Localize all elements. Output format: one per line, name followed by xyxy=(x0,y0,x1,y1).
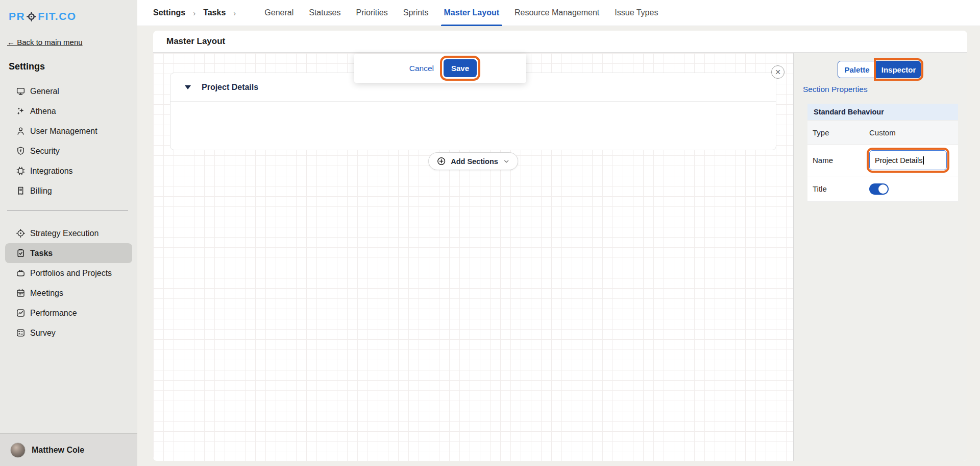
sidebar-item-portfolios-and-projects[interactable]: Portfolios and Projects xyxy=(5,263,132,283)
sidebar-item-label: General xyxy=(30,87,59,96)
sidebar-item-general[interactable]: General xyxy=(5,81,132,101)
tab-statuses[interactable]: Statuses xyxy=(309,0,340,26)
sidebar-item-label: Tasks xyxy=(30,249,53,258)
sparkles-icon xyxy=(15,106,26,116)
monitor-icon xyxy=(15,86,26,97)
type-value: Custom xyxy=(869,128,896,137)
title-toggle[interactable] xyxy=(869,183,889,195)
sidebar-item-label: Security xyxy=(30,147,60,156)
clipboard-check-icon xyxy=(15,248,26,259)
sidebar-item-label: Portfolios and Projects xyxy=(30,269,112,278)
logo-text-post: FIT.CO xyxy=(38,10,77,22)
save-cancel-toolbar: Cancel Save xyxy=(354,54,526,83)
tab-master-layout[interactable]: Master Layout xyxy=(444,0,499,26)
tab-priorities[interactable]: Priorities xyxy=(356,0,388,26)
close-icon: ✕ xyxy=(775,68,781,76)
sidebar-item-user-management[interactable]: User Management xyxy=(5,121,132,141)
sidebar-item-label: Performance xyxy=(30,309,77,318)
tab-sprints[interactable]: Sprints xyxy=(403,0,429,26)
sidebar-divider xyxy=(7,211,128,211)
card-body: Cancel Save ✕ Project Details xyxy=(153,53,967,461)
add-sections-button[interactable]: Add Sections xyxy=(428,152,518,170)
breadcrumb-separator-icon: › xyxy=(193,9,195,17)
breadcrumb-settings[interactable]: Settings xyxy=(153,8,185,17)
tasks-settings-tabs: General Statuses Priorities Sprints Mast… xyxy=(257,0,666,26)
section-title: Project Details xyxy=(202,83,258,92)
layout-canvas: Cancel Save ✕ Project Details xyxy=(153,53,794,461)
cancel-button[interactable]: Cancel xyxy=(409,64,434,73)
sidebar-item-billing[interactable]: Billing xyxy=(5,181,132,201)
property-row-title: Title xyxy=(807,176,958,202)
palette-tab[interactable]: Palette xyxy=(838,61,876,78)
type-label: Type xyxy=(807,128,869,137)
sidebar-user-footer[interactable]: Matthew Cole xyxy=(0,433,137,466)
remove-section-button[interactable]: ✕ xyxy=(771,65,785,79)
sidebar-item-survey[interactable]: Survey xyxy=(5,323,132,343)
sidebar-item-label: Integrations xyxy=(30,167,73,176)
sidebar-item-performance[interactable]: Performance xyxy=(5,303,132,323)
sidebar-item-tasks[interactable]: Tasks xyxy=(5,243,132,263)
sidebar-group-modules: Strategy Execution Tasks Portfolios and … xyxy=(0,223,137,343)
shield-icon xyxy=(15,146,26,156)
tab-general[interactable]: General xyxy=(264,0,293,26)
chip-icon xyxy=(15,166,26,176)
page-title: Master Layout xyxy=(166,36,225,46)
standard-behaviour-header: Standard Behaviour xyxy=(807,104,958,120)
section-properties-link[interactable]: Section Properties xyxy=(803,85,868,94)
briefcase-icon xyxy=(15,268,26,278)
palette-inspector-toggle: Palette Inspector xyxy=(838,61,921,78)
tab-issue-types[interactable]: Issue Types xyxy=(615,0,658,26)
sidebar-item-label: Billing xyxy=(30,187,52,196)
name-input[interactable]: Project Details xyxy=(869,150,947,170)
toggle-knob xyxy=(878,184,888,194)
sidebar-item-meetings[interactable]: Meetings xyxy=(5,283,132,303)
user-name: Matthew Cole xyxy=(32,446,84,455)
sidebar-item-label: Strategy Execution xyxy=(30,229,99,238)
calendar-icon xyxy=(15,288,26,298)
profit-co-logo: PR FIT.CO xyxy=(0,0,137,22)
user-icon xyxy=(15,126,26,136)
name-input-value: Project Details xyxy=(875,156,922,165)
survey-list-icon xyxy=(15,328,26,338)
chevron-down-icon xyxy=(503,158,510,165)
section-project-details: Project Details xyxy=(170,73,776,150)
back-to-main-menu-link[interactable]: ← Back to main menu xyxy=(7,38,83,46)
property-row-name: Name Project Details xyxy=(807,145,958,176)
avatar xyxy=(10,442,26,458)
sidebar-item-athena[interactable]: Athena xyxy=(5,101,132,121)
name-label: Name xyxy=(807,156,869,165)
property-row-type: Type Custom xyxy=(807,120,958,145)
target-icon xyxy=(26,12,37,21)
breadcrumb-separator-icon: › xyxy=(233,9,236,17)
card-header: Master Layout xyxy=(153,31,967,53)
sidebar-item-label: Survey xyxy=(30,329,56,338)
master-layout-card: Master Layout Cancel Save ✕ Project Deta… xyxy=(153,31,967,461)
sidebar-item-security[interactable]: Security xyxy=(5,141,132,161)
tab-resource-management[interactable]: Resource Management xyxy=(514,0,599,26)
text-cursor xyxy=(923,156,924,165)
sidebar-item-label: User Management xyxy=(30,127,97,136)
title-label: Title xyxy=(807,184,869,193)
sidebar-group-account: General Athena User Management xyxy=(0,81,137,201)
inspector-tab[interactable]: Inspector xyxy=(876,61,921,78)
sidebar-item-label: Athena xyxy=(30,107,56,116)
main-area: Settings › Tasks › General Statuses Prio… xyxy=(137,0,980,466)
sidebar-item-integrations[interactable]: Integrations xyxy=(5,161,132,181)
logo-text-pre: PR xyxy=(9,10,25,22)
collapse-caret-icon[interactable] xyxy=(185,85,191,89)
save-button[interactable]: Save xyxy=(444,59,477,77)
add-sections-label: Add Sections xyxy=(451,157,498,166)
target-scope-icon xyxy=(15,228,26,239)
inspector-panel: Palette Inspector Section Properties Sta… xyxy=(794,53,967,461)
sidebar-item-strategy-execution[interactable]: Strategy Execution xyxy=(5,223,132,243)
top-navigation: Settings › Tasks › General Statuses Prio… xyxy=(137,0,980,26)
receipt-icon xyxy=(15,186,26,196)
section-properties-block: Standard Behaviour Type Custom Name Proj… xyxy=(807,104,958,202)
settings-sidebar: PR FIT.CO ← Back to main menu Settings G… xyxy=(0,0,137,466)
sidebar-item-label: Meetings xyxy=(30,289,63,298)
breadcrumb-tasks[interactable]: Tasks xyxy=(203,8,226,17)
chart-line-icon xyxy=(15,308,26,318)
plus-circle-icon xyxy=(436,156,446,166)
sidebar-title: Settings xyxy=(9,61,137,72)
